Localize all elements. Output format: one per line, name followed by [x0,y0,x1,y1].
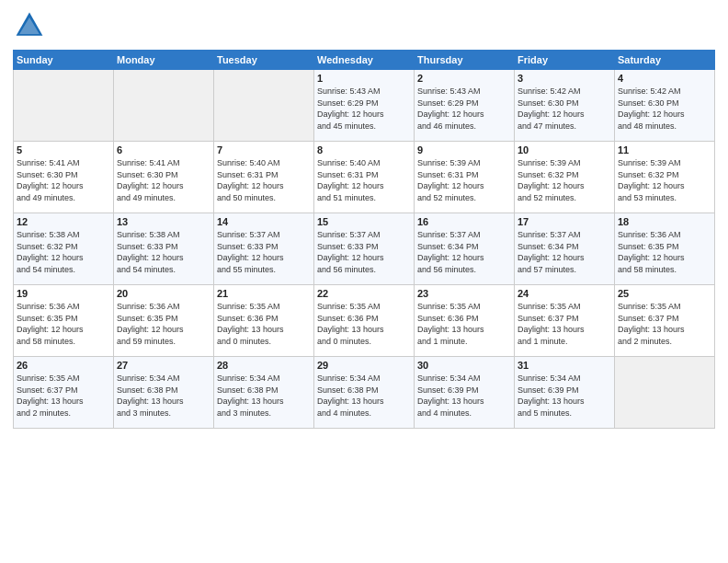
calendar-day-cell: 31Sunrise: 5:34 AM Sunset: 6:39 PM Dayli… [515,357,615,429]
weekday-header-cell: Tuesday [214,51,314,70]
day-info: Sunrise: 5:40 AM Sunset: 6:31 PM Dayligh… [217,157,311,203]
weekday-header-cell: Sunday [14,51,114,70]
day-number: 3 [518,73,611,84]
day-info: Sunrise: 5:34 AM Sunset: 6:39 PM Dayligh… [417,373,511,419]
day-info: Sunrise: 5:34 AM Sunset: 6:38 PM Dayligh… [317,373,411,419]
day-info: Sunrise: 5:35 AM Sunset: 6:36 PM Dayligh… [317,301,411,347]
day-info: Sunrise: 5:34 AM Sunset: 6:38 PM Dayligh… [217,373,311,419]
calendar-day-cell: 3Sunrise: 5:42 AM Sunset: 6:30 PM Daylig… [515,70,615,142]
calendar-day-cell: 25Sunrise: 5:35 AM Sunset: 6:37 PM Dayli… [615,285,715,357]
day-number: 28 [217,360,311,371]
calendar-day-cell: 15Sunrise: 5:37 AM Sunset: 6:33 PM Dayli… [314,213,415,285]
calendar-day-cell: 11Sunrise: 5:39 AM Sunset: 6:32 PM Dayli… [615,142,715,213]
day-number: 1 [317,73,411,84]
day-number: 31 [518,360,611,371]
calendar-day-cell: 26Sunrise: 5:35 AM Sunset: 6:37 PM Dayli… [14,357,114,429]
calendar-day-cell [214,70,314,142]
weekday-header-cell: Wednesday [314,51,415,70]
calendar-day-cell: 27Sunrise: 5:34 AM Sunset: 6:38 PM Dayli… [114,357,214,429]
logo-icon [13,9,46,42]
calendar-day-cell: 1Sunrise: 5:43 AM Sunset: 6:29 PM Daylig… [314,70,415,142]
day-info: Sunrise: 5:39 AM Sunset: 6:31 PM Dayligh… [417,157,511,203]
day-number: 25 [618,288,711,299]
day-info: Sunrise: 5:40 AM Sunset: 6:31 PM Dayligh… [317,157,411,203]
day-info: Sunrise: 5:35 AM Sunset: 6:37 PM Dayligh… [618,301,711,347]
day-number: 30 [417,360,511,371]
calendar-day-cell: 22Sunrise: 5:35 AM Sunset: 6:36 PM Dayli… [314,285,415,357]
day-info: Sunrise: 5:36 AM Sunset: 6:35 PM Dayligh… [117,301,210,347]
calendar-day-cell [615,357,715,429]
day-info: Sunrise: 5:39 AM Sunset: 6:32 PM Dayligh… [518,157,611,203]
header [13,9,715,42]
day-info: Sunrise: 5:38 AM Sunset: 6:32 PM Dayligh… [17,229,110,275]
day-number: 20 [117,288,210,299]
day-number: 26 [17,360,110,371]
calendar-week-row: 12Sunrise: 5:38 AM Sunset: 6:32 PM Dayli… [14,213,715,285]
logo [13,9,50,42]
day-number: 14 [217,216,311,227]
day-info: Sunrise: 5:35 AM Sunset: 6:37 PM Dayligh… [518,301,611,347]
day-info: Sunrise: 5:41 AM Sunset: 6:30 PM Dayligh… [17,157,110,203]
weekday-header-cell: Saturday [615,51,715,70]
day-info: Sunrise: 5:42 AM Sunset: 6:30 PM Dayligh… [518,86,611,132]
calendar-day-cell: 4Sunrise: 5:42 AM Sunset: 6:30 PM Daylig… [615,70,715,142]
calendar-day-cell: 8Sunrise: 5:40 AM Sunset: 6:31 PM Daylig… [314,142,415,213]
day-info: Sunrise: 5:38 AM Sunset: 6:33 PM Dayligh… [117,229,210,275]
day-number: 6 [117,144,210,155]
day-number: 7 [217,144,311,155]
calendar-day-cell: 28Sunrise: 5:34 AM Sunset: 6:38 PM Dayli… [214,357,314,429]
day-number: 8 [317,144,411,155]
calendar-day-cell: 7Sunrise: 5:40 AM Sunset: 6:31 PM Daylig… [214,142,314,213]
day-info: Sunrise: 5:42 AM Sunset: 6:30 PM Dayligh… [618,86,711,132]
day-number: 22 [317,288,411,299]
day-number: 19 [17,288,110,299]
weekday-header-cell: Thursday [415,51,515,70]
day-number: 18 [618,216,711,227]
calendar-day-cell: 2Sunrise: 5:43 AM Sunset: 6:29 PM Daylig… [415,70,515,142]
calendar-body: 1Sunrise: 5:43 AM Sunset: 6:29 PM Daylig… [14,70,715,429]
day-info: Sunrise: 5:37 AM Sunset: 6:33 PM Dayligh… [317,229,411,275]
calendar-week-row: 26Sunrise: 5:35 AM Sunset: 6:37 PM Dayli… [14,357,715,429]
calendar-day-cell: 18Sunrise: 5:36 AM Sunset: 6:35 PM Dayli… [615,213,715,285]
day-info: Sunrise: 5:37 AM Sunset: 6:34 PM Dayligh… [417,229,511,275]
day-info: Sunrise: 5:43 AM Sunset: 6:29 PM Dayligh… [317,86,411,132]
calendar-day-cell: 12Sunrise: 5:38 AM Sunset: 6:32 PM Dayli… [14,213,114,285]
calendar-day-cell: 16Sunrise: 5:37 AM Sunset: 6:34 PM Dayli… [415,213,515,285]
day-number: 29 [317,360,411,371]
day-number: 21 [217,288,311,299]
weekday-header-cell: Friday [515,51,615,70]
day-info: Sunrise: 5:35 AM Sunset: 6:36 PM Dayligh… [417,301,511,347]
day-number: 24 [518,288,611,299]
calendar-week-row: 1Sunrise: 5:43 AM Sunset: 6:29 PM Daylig… [14,70,715,142]
day-info: Sunrise: 5:41 AM Sunset: 6:30 PM Dayligh… [117,157,210,203]
weekday-header-row: SundayMondayTuesdayWednesdayThursdayFrid… [14,51,715,70]
day-number: 9 [417,144,511,155]
day-info: Sunrise: 5:43 AM Sunset: 6:29 PM Dayligh… [417,86,511,132]
day-info: Sunrise: 5:37 AM Sunset: 6:34 PM Dayligh… [518,229,611,275]
day-info: Sunrise: 5:34 AM Sunset: 6:39 PM Dayligh… [518,373,611,419]
day-number: 10 [518,144,611,155]
day-info: Sunrise: 5:37 AM Sunset: 6:33 PM Dayligh… [217,229,311,275]
calendar-table: SundayMondayTuesdayWednesdayThursdayFrid… [13,50,715,429]
calendar-day-cell: 19Sunrise: 5:36 AM Sunset: 6:35 PM Dayli… [14,285,114,357]
day-number: 11 [618,144,711,155]
day-number: 27 [117,360,210,371]
day-info: Sunrise: 5:36 AM Sunset: 6:35 PM Dayligh… [618,229,711,275]
day-info: Sunrise: 5:35 AM Sunset: 6:36 PM Dayligh… [217,301,311,347]
weekday-header-cell: Monday [114,51,214,70]
day-info: Sunrise: 5:34 AM Sunset: 6:38 PM Dayligh… [117,373,210,419]
calendar-day-cell: 9Sunrise: 5:39 AM Sunset: 6:31 PM Daylig… [415,142,515,213]
calendar-day-cell: 23Sunrise: 5:35 AM Sunset: 6:36 PM Dayli… [415,285,515,357]
day-number: 17 [518,216,611,227]
calendar-day-cell: 17Sunrise: 5:37 AM Sunset: 6:34 PM Dayli… [515,213,615,285]
calendar-week-row: 5Sunrise: 5:41 AM Sunset: 6:30 PM Daylig… [14,142,715,213]
day-number: 4 [618,73,711,84]
calendar-day-cell: 14Sunrise: 5:37 AM Sunset: 6:33 PM Dayli… [214,213,314,285]
calendar-day-cell: 10Sunrise: 5:39 AM Sunset: 6:32 PM Dayli… [515,142,615,213]
calendar-day-cell: 5Sunrise: 5:41 AM Sunset: 6:30 PM Daylig… [14,142,114,213]
day-number: 23 [417,288,511,299]
day-number: 5 [17,144,110,155]
calendar-day-cell [14,70,114,142]
day-info: Sunrise: 5:35 AM Sunset: 6:37 PM Dayligh… [17,373,110,419]
calendar-day-cell: 13Sunrise: 5:38 AM Sunset: 6:33 PM Dayli… [114,213,214,285]
